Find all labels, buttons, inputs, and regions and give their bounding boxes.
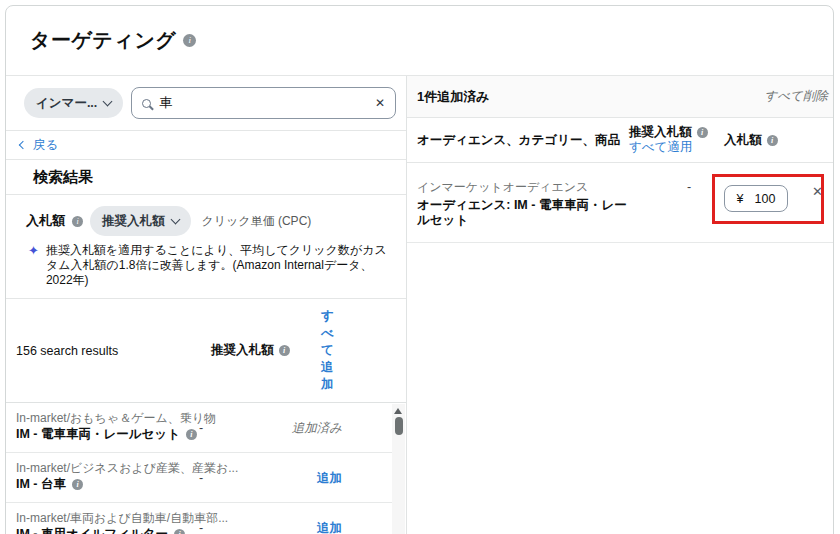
bid-row: 入札額 推奨入札額 クリック単価 (CPC)	[6, 195, 406, 239]
chevron-down-icon	[103, 96, 113, 106]
apply-all-link[interactable]: すべて適用	[629, 140, 692, 154]
row-suggested-bid: -	[199, 471, 203, 485]
table-row: In-market/おもちゃ＆ゲーム、乗り物 IM - 電車車両・レールセット …	[6, 403, 392, 453]
add-all-link[interactable]: すべて追加	[321, 308, 344, 393]
chevron-left-icon	[19, 141, 27, 149]
row-info-icon[interactable]	[174, 529, 185, 534]
audience-type-dropdown-label: インマー...	[36, 95, 97, 112]
search-icon	[142, 99, 151, 108]
results-count: 156 search results	[16, 344, 211, 358]
page-title: ターゲティング	[30, 27, 176, 54]
search-results-list: In-market/おもちゃ＆ゲーム、乗り物 IM - 電車車両・レールセット …	[6, 403, 406, 534]
scrollbar-thumb[interactable]	[395, 417, 403, 435]
row-suggested-bid: -	[199, 521, 203, 534]
tip-text: 推奨入札額を適用することにより、平均してクリック数がカスタム入札額の1.8倍に改…	[46, 243, 392, 288]
search-row: インマー...	[6, 76, 406, 131]
targeting-card: ターゲティング インマー... 戻る	[5, 5, 834, 534]
bid-value: 100	[755, 192, 776, 206]
back-row: 戻る	[6, 131, 406, 160]
add-button[interactable]: 追加	[317, 469, 342, 486]
added-count: 1件追加済み	[417, 88, 490, 106]
added-header: 1件追加済み すべて削除	[407, 76, 834, 118]
bid-column-header: 入札額	[724, 132, 812, 149]
added-target-cell: インマーケットオーディエンス オーディエンス: IM - 電車車両・レールセット	[417, 180, 629, 228]
row-suggested-bid: -	[199, 421, 203, 435]
search-input[interactable]	[159, 96, 367, 111]
add-button[interactable]: 追加	[317, 519, 342, 534]
results-header: 156 search results 推奨入札額 すべて追加	[6, 299, 406, 403]
currency-symbol: ¥	[737, 192, 744, 206]
bid-input[interactable]: ¥ 100	[724, 185, 788, 212]
audience-type-dropdown[interactable]: インマー...	[24, 88, 123, 118]
back-link[interactable]: 戻る	[20, 137, 58, 154]
added-suggested-bid: -	[629, 180, 724, 195]
bid-info-icon[interactable]	[72, 216, 83, 227]
scroll-up-icon[interactable]	[394, 408, 402, 414]
added-status: 追加済み	[292, 419, 342, 436]
search-panel: インマー... 戻る 検索結果 入札額	[6, 76, 407, 534]
row-info-icon[interactable]	[72, 479, 83, 490]
clear-search-icon[interactable]	[375, 96, 385, 110]
added-target-type: インマーケットオーディエンス	[417, 180, 629, 195]
suggested-bid-dropdown-label: 推奨入札額	[102, 213, 165, 230]
bid-input-wrap: ¥ 100	[724, 185, 812, 212]
results-heading: 検索結果	[6, 160, 406, 195]
suggested-bid-column-header: 推奨入札額 すべて適用	[629, 125, 724, 155]
delete-all-link[interactable]: すべて削除	[765, 88, 828, 105]
chevron-down-icon	[170, 214, 180, 224]
suggested-bid-info-icon[interactable]	[279, 345, 290, 356]
added-targets-panel: 1件追加済み すべて削除 オーディエンス、カテゴリー、商品 推奨入札額 すべて適…	[407, 76, 834, 534]
added-target-name: オーディエンス: IM - 電車車両・レールセット	[417, 198, 629, 228]
table-row: In-market/ビジネスおよび産業、産業お... IM - 台車 - 追加	[6, 453, 392, 503]
back-label: 戻る	[33, 137, 58, 154]
suggested-bid-column-header: 推奨入札額	[211, 342, 321, 359]
cpc-note: クリック単価 (CPC)	[202, 213, 312, 230]
remove-target-icon[interactable]	[812, 184, 823, 199]
suggested-bid-info-icon[interactable]	[697, 127, 708, 138]
sparkle-icon	[28, 243, 39, 288]
bid-label: 入札額	[26, 212, 65, 230]
suggested-bid-dropdown[interactable]: 推奨入札額	[90, 206, 191, 236]
table-row: In-market/車両および自動車/自動車部... IM - 車用オイルフィル…	[6, 503, 392, 534]
added-table-header: オーディエンス、カテゴリー、商品 推奨入札額 すべて適用 入札額	[407, 118, 834, 163]
audience-column-header: オーディエンス、カテゴリー、商品	[417, 132, 629, 149]
card-header: ターゲティング	[6, 6, 833, 76]
targeting-info-icon[interactable]	[183, 34, 196, 47]
bid-info-icon[interactable]	[767, 135, 778, 146]
scrollbar[interactable]	[392, 404, 405, 534]
row-info-icon[interactable]	[186, 429, 197, 440]
search-box	[131, 87, 396, 119]
added-row: インマーケットオーディエンス オーディエンス: IM - 電車車両・レールセット…	[407, 163, 834, 243]
tip-row: 推奨入札額を適用することにより、平均してクリック数がカスタム入札額の1.8倍に改…	[6, 239, 406, 299]
